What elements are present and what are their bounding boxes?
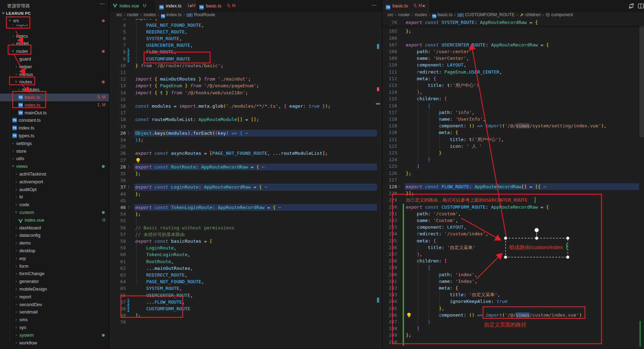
- code-line-229[interactable]: 229自己定义的路由，格式可以参考上面的USERCENTER_ROUTE: [382, 197, 644, 203]
- sidebar-item-mainOut-ts[interactable]: TSmainOut.ts: [0, 109, 109, 117]
- code-line-68[interactable]: 68 CUSTOMFORM_ROUTE: [109, 305, 382, 312]
- code-line-25[interactable]: 25: [109, 143, 382, 150]
- close-icon[interactable]: ×: [189, 3, 192, 9]
- sidebar-item-dataconfig[interactable]: ›dataconfig: [0, 231, 109, 239]
- code-line-4[interactable]: 4 PAGE_NOT_FOUND_ROUTE,: [109, 22, 382, 28]
- code-line-45[interactable]: 45: [109, 197, 382, 204]
- breadcrumb-item-RootRoute[interactable]: [@]RootRoute: [187, 12, 215, 17]
- code-line-63[interactable]: 63 REDIRECT_ROUTE,: [109, 272, 382, 278]
- lightbulb-icon[interactable]: [136, 158, 141, 163]
- editor-actions-more-icon[interactable]: ⋯: [371, 2, 377, 8]
- code-line-240[interactable]: 240 path: 'index',: [382, 271, 644, 278]
- code-line-122[interactable]: 122 icon: ' 人 ': [382, 143, 644, 150]
- code-line-115[interactable]: 115 children: [: [382, 95, 644, 102]
- breadcrumb-item-index.ts[interactable]: TSindex.ts: [161, 12, 182, 17]
- code-line-11[interactable]: 11: [109, 69, 382, 76]
- sidebar-item-sendmail[interactable]: ›sendmail: [0, 308, 109, 316]
- breadcrumb-item-routes[interactable]: routes: [144, 12, 156, 17]
- code-line-15[interactable]: 15: [109, 96, 382, 103]
- code-line-59[interactable]: 59 LoginRoute,: [109, 245, 382, 251]
- code-line-119[interactable]: 119 component: () => import('/@/views/sy…: [382, 122, 644, 129]
- code-line-27[interactable]: 27: [109, 157, 382, 164]
- code-line-44[interactable]: 44};: [109, 191, 382, 197]
- sidebar-item-guard[interactable]: ›guard: [0, 55, 109, 63]
- code-line-105[interactable]: 105};: [382, 28, 644, 34]
- code-line-3[interactable]: 3import {: [109, 19, 382, 22]
- fold-chevron-icon[interactable]: 〉: [398, 183, 402, 190]
- code-line-107[interactable]: 107export const USERCENTER_ROUTE: AppRou…: [382, 42, 644, 48]
- code-line-26[interactable]: 26export const asyncRoutes = [PAGE_NOT_F…: [109, 150, 382, 157]
- code-line-28[interactable]: 28〉export const RootRoute: AppRouteRecor…: [109, 164, 382, 170]
- fold-chevron-icon[interactable]: 〉: [128, 204, 131, 211]
- code-line-127[interactable]: 127: [382, 177, 644, 183]
- code-line-234[interactable]: 234 redirect: '/custom/index',: [382, 230, 644, 237]
- fold-chevron-icon[interactable]: 〉: [128, 130, 131, 137]
- sidebar-item-utils[interactable]: ›utils: [0, 155, 109, 163]
- code-line-250[interactable]: 250: [382, 339, 644, 345]
- code-line-108[interactable]: 108 path: '/user-center',: [382, 48, 644, 55]
- sidebar-item-demo[interactable]: ›demo: [0, 239, 109, 247]
- code-line-106[interactable]: 106: [382, 35, 644, 42]
- sidebar-item-logics-clipped[interactable]: ›logics: [0, 25, 109, 32]
- sidebar-item-helper[interactable]: ›helper: [0, 63, 109, 71]
- code-line-20[interactable]: 20〉Object.keys(modules).forEach((key) =>…: [109, 130, 382, 137]
- fold-chevron-icon[interactable]: 〉: [128, 164, 131, 170]
- code-line-120[interactable]: 120 meta: {: [382, 129, 644, 136]
- sidebar-item-system[interactable]: ›system: [0, 331, 109, 339]
- sidebar-item-formChange[interactable]: ›formChange: [0, 270, 109, 278]
- tab-index-vue[interactable]: index.vueU: [109, 0, 156, 12]
- breadcrumb-item-component[interactable]: component: [546, 12, 573, 17]
- sidebar-item-menus[interactable]: ›menus: [0, 71, 109, 78]
- sidebar-item-model[interactable]: ›model: [0, 40, 109, 47]
- code-line-239[interactable]: 239 {: [382, 264, 644, 271]
- code-line-64[interactable]: 64 PAGE_NOT_FOUND_ROUTE,: [109, 278, 382, 285]
- code-line-18[interactable]: 18const routeModuleList: AppRouteModule[…: [109, 116, 382, 123]
- tab-basic-ts[interactable]: TSbasic.ts5, M: [196, 0, 239, 12]
- sidebar-item-dashboard[interactable]: ›dashboard: [0, 224, 109, 232]
- code-line-46[interactable]: 46〉export const TokenLoginRoute: AppRout…: [109, 204, 382, 211]
- code-line-65[interactable]: 65 SYSTEM_ROUTE,: [109, 285, 382, 292]
- code-line-70[interactable]: 70: [109, 319, 382, 325]
- breadcrumb-item-CUSTOMFORM_ROUTE[interactable]: [@]CUSTOMFORM_ROUTE: [457, 12, 515, 17]
- code-line-13[interactable]: 13import { PageEnum } from '/@/enums/pag…: [109, 82, 382, 89]
- breadcrumb[interactable]: src›router›routes›TSbasic.ts›[@]CUSTOMFO…: [388, 12, 573, 19]
- code-line-109[interactable]: 109 name: 'UserCenter',: [382, 55, 644, 62]
- code-line-58[interactable]: 58export const basicRoutes = [: [109, 238, 382, 245]
- sidebar-item-mobileDesign[interactable]: ›mobileDesign: [0, 285, 109, 293]
- code-line-243[interactable]: 243 title: '自定义菜单',: [382, 291, 644, 298]
- code-line-9[interactable]: 9 CUSTOMFORM_ROUTE: [109, 56, 382, 62]
- code-line-24[interactable]: 24});: [109, 137, 382, 143]
- tab-index-ts[interactable]: TSindex.ts1, M×: [156, 0, 196, 12]
- compare-changes-icon[interactable]: [628, 3, 635, 11]
- code-line-69[interactable]: 69];: [109, 312, 382, 319]
- code-line-112[interactable]: 112 meta: {: [382, 75, 644, 82]
- code-line-16[interactable]: 16const modules = import.meta.glob('./mo…: [109, 103, 382, 109]
- sidebar-item-types-ts[interactable]: TStypes.ts: [0, 132, 109, 140]
- code-line-12[interactable]: 12import { mainOutRoutes } from './mainO…: [109, 76, 382, 82]
- code-line-117[interactable]: 117 path: 'info',: [382, 109, 644, 116]
- code-line-124[interactable]: 124 }: [382, 156, 644, 163]
- sidebar-item-index-ts[interactable]: TSindex.ts1, M: [0, 101, 109, 109]
- sidebar-item-settings[interactable]: ›settings: [0, 140, 109, 147]
- sidebar-item-form[interactable]: ›form: [0, 262, 109, 270]
- code-line-244[interactable]: 244 ignoreKeepAlive: true: [382, 298, 644, 305]
- breadcrumb-item-children[interactable]: children: [520, 12, 541, 17]
- sidebar-item-src[interactable]: ˅src: [0, 17, 109, 25]
- code-line-125[interactable]: 125 ]: [382, 163, 644, 170]
- code-line-230[interactable]: 230export const CUSTOMFORM_ROUTE: AppRou…: [382, 204, 644, 210]
- code-line-60[interactable]: 60 TokenLoginRoute,: [109, 251, 382, 258]
- breadcrumb-item-routes[interactable]: routes: [415, 12, 427, 17]
- code-editor-index-ts[interactable]: 3import {4 PAGE_NOT_FOUND_ROUTE,5 REDIRE…: [109, 19, 382, 349]
- code-line-111[interactable]: 111 redirect: PageEnum.USER_CENTER,: [382, 69, 644, 75]
- code-line-35[interactable]: 35};: [109, 170, 382, 177]
- scrollbar-vertical[interactable]: [639, 19, 644, 137]
- breadcrumb-item-router[interactable]: router: [398, 12, 410, 17]
- code-line-110[interactable]: 110 component: LAYOUT,: [382, 62, 644, 68]
- code-line-55[interactable]: 55: [109, 217, 382, 224]
- code-line-62[interactable]: 62 ...mainOutRoutes,: [109, 265, 382, 272]
- code-line-61[interactable]: 61 RootRoute,: [109, 258, 382, 265]
- breadcrumb-item-src[interactable]: src: [116, 12, 122, 17]
- breadcrumb-item-basic.ts[interactable]: TSbasic.ts: [432, 12, 453, 17]
- sidebar-item-sms[interactable]: ›sms: [0, 316, 109, 324]
- code-line-128[interactable]: 128〉export const FLOW_ROUTE: AppRouteRec…: [382, 183, 644, 190]
